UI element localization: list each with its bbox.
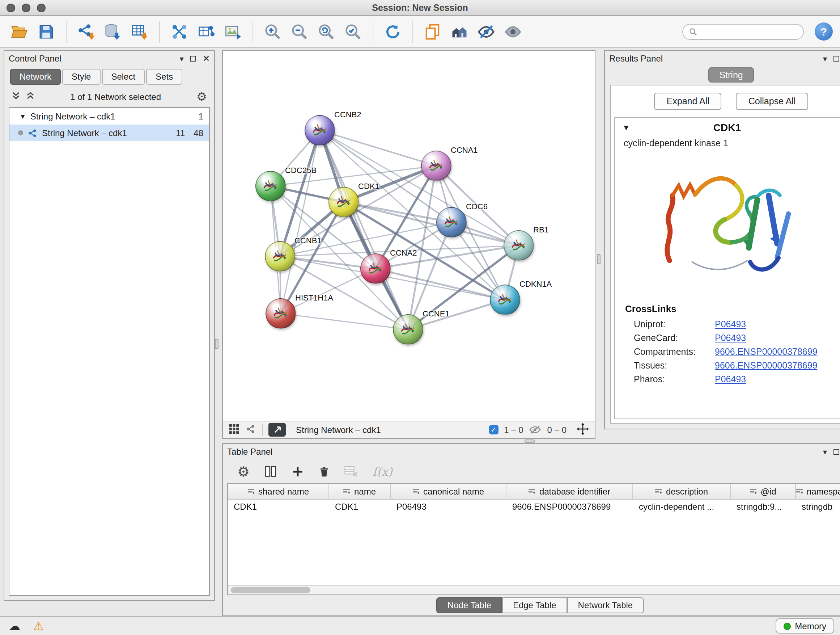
- zoom-in-button[interactable]: [262, 20, 284, 43]
- splitter-handle[interactable]: [597, 254, 600, 264]
- network-row-selected[interactable]: String Network – cdk1 11 48: [9, 125, 209, 141]
- grid-view-icon[interactable]: [229, 423, 240, 436]
- crosslink-row: Tissues: 9606.ENSP00000378699: [615, 358, 840, 372]
- import-network-file-button[interactable]: [75, 20, 97, 43]
- column-header[interactable]: description: [633, 484, 731, 499]
- section-expander-icon[interactable]: ▼: [622, 123, 630, 132]
- tab-network[interactable]: Network: [10, 69, 61, 85]
- network-node-hist1h1a[interactable]: [265, 298, 296, 329]
- table-options-gear-icon[interactable]: ⚙: [237, 464, 249, 478]
- panel-float-icon[interactable]: [834, 449, 839, 455]
- column-header[interactable]: @id: [731, 484, 796, 499]
- column-header[interactable]: canonical name: [391, 484, 507, 499]
- panel-menu-icon[interactable]: ▾: [823, 55, 827, 63]
- cloud-status-icon[interactable]: ☁: [9, 620, 20, 632]
- network-node-ccna1[interactable]: [421, 150, 452, 181]
- fit-content-icon[interactable]: [576, 423, 589, 437]
- protein-thumbnail: [509, 236, 528, 255]
- tab-sets[interactable]: Sets: [146, 69, 182, 85]
- import-table-file-button[interactable]: [129, 20, 150, 43]
- expander-icon[interactable]: ▼: [19, 112, 26, 120]
- duplicate-network-button[interactable]: [422, 20, 444, 43]
- column-header[interactable]: name: [329, 484, 391, 499]
- tab-edge-table[interactable]: Edge Table: [502, 597, 567, 613]
- collapse-all-icon[interactable]: [11, 91, 20, 102]
- home-button[interactable]: [448, 20, 470, 43]
- network-node-ccnb1[interactable]: [265, 241, 295, 272]
- crosslink-uniprot[interactable]: P06493: [715, 319, 746, 329]
- network-node-rb1[interactable]: [504, 230, 534, 261]
- splitter-handle[interactable]: [524, 440, 535, 443]
- network-edges[interactable]: [223, 51, 595, 421]
- crosslink-tissues[interactable]: 9606.ENSP00000378699: [715, 360, 818, 371]
- panel-menu-icon[interactable]: ▾: [180, 55, 184, 63]
- node-label-ccna1: CCNA1: [451, 146, 478, 154]
- zoom-fit-button[interactable]: [316, 20, 337, 43]
- collapse-all-button[interactable]: Collapse All: [736, 93, 808, 110]
- panel-close-icon[interactable]: ✕: [202, 54, 210, 63]
- toolbar-separator: [412, 21, 413, 42]
- hide-annotations-button[interactable]: [475, 20, 497, 43]
- network-from-table-button[interactable]: [195, 20, 217, 43]
- scrollbar-thumb[interactable]: [231, 587, 310, 593]
- save-session-button[interactable]: [35, 20, 57, 43]
- column-header[interactable]: database identifier: [507, 484, 633, 499]
- selected-items-icon[interactable]: ✓: [489, 425, 498, 434]
- annotation-mode-button[interactable]: [268, 423, 286, 437]
- function-builder-icon[interactable]: f(x): [373, 464, 393, 478]
- memory-button[interactable]: Memory: [775, 618, 834, 633]
- import-network-database-button[interactable]: [102, 20, 124, 43]
- birdseye-view-icon[interactable]: [245, 423, 256, 436]
- expand-all-icon[interactable]: [26, 91, 35, 102]
- crosslink-genecard[interactable]: P06493: [715, 333, 746, 343]
- show-graphics-details-button[interactable]: [502, 20, 524, 43]
- export-image-button[interactable]: [222, 20, 244, 43]
- node-label-cdc6: CDC6: [466, 202, 488, 211]
- panel-float-icon[interactable]: [834, 56, 839, 62]
- crosslink-pharos[interactable]: P06493: [715, 374, 746, 384]
- protein-thumbnail: [271, 247, 289, 266]
- network-node-cdc6[interactable]: [436, 207, 467, 238]
- title-bar: Session: New Session: [0, 0, 840, 16]
- help-button[interactable]: ?: [815, 22, 833, 41]
- create-column-icon[interactable]: [292, 465, 304, 478]
- delete-table-icon[interactable]: [344, 466, 358, 477]
- table-panel-title: Table Panel: [227, 447, 272, 457]
- splitter-handle[interactable]: [215, 339, 218, 349]
- panel-float-icon[interactable]: [190, 56, 196, 62]
- node-label-ccnb2: CCNB2: [334, 110, 362, 119]
- network-collection-row[interactable]: ▼ String Network – cdk1 1: [9, 108, 209, 125]
- crosslink-compartments[interactable]: 9606.ENSP00000378699: [715, 347, 818, 356]
- column-header[interactable]: namespace: [796, 484, 840, 499]
- network-options-gear-icon[interactable]: ⚙: [196, 91, 207, 103]
- network-node-ccnb2[interactable]: [305, 115, 335, 146]
- delete-column-icon[interactable]: [318, 465, 330, 478]
- network-node-ccna2[interactable]: [360, 253, 391, 284]
- network-canvas[interactable]: CCNB2CCNA1CDC25BCDK1CDC6RB1CCNB1CCNA2CDK…: [223, 51, 595, 421]
- network-node-cdkn1a[interactable]: [490, 285, 520, 315]
- panel-menu-icon[interactable]: ▾: [823, 448, 827, 456]
- show-columns-icon[interactable]: [264, 465, 277, 478]
- open-session-button[interactable]: [9, 20, 30, 43]
- tab-select[interactable]: Select: [102, 69, 145, 85]
- control-panel-tabs: Network Style Select Sets: [10, 69, 208, 85]
- column-header[interactable]: shared name: [228, 484, 329, 499]
- zoom-out-button[interactable]: [289, 20, 310, 43]
- tab-string[interactable]: String: [708, 67, 753, 82]
- expand-all-button[interactable]: Expand All: [654, 93, 722, 110]
- apply-layout-button[interactable]: [382, 20, 404, 43]
- tab-node-table[interactable]: Node Table: [437, 597, 502, 613]
- network-collection-label: String Network – cdk1: [30, 111, 115, 121]
- table-row[interactable]: CDK1 CDK1 P06493 9606.ENSP00000378699 cy…: [228, 500, 840, 514]
- tab-style[interactable]: Style: [62, 69, 100, 85]
- toolbar-separator: [159, 21, 160, 42]
- new-network-button[interactable]: [169, 20, 190, 43]
- warnings-icon[interactable]: ⚠: [33, 620, 44, 632]
- network-node-cdk1[interactable]: [328, 187, 359, 217]
- zoom-selected-button[interactable]: [342, 20, 364, 43]
- network-node-cdc25b[interactable]: [256, 171, 286, 201]
- protein-section-header[interactable]: ▼ CDK1: [615, 118, 840, 137]
- network-node-ccne1[interactable]: [393, 314, 423, 345]
- search-input[interactable]: [701, 26, 797, 37]
- tab-network-table[interactable]: Network Table: [567, 597, 644, 613]
